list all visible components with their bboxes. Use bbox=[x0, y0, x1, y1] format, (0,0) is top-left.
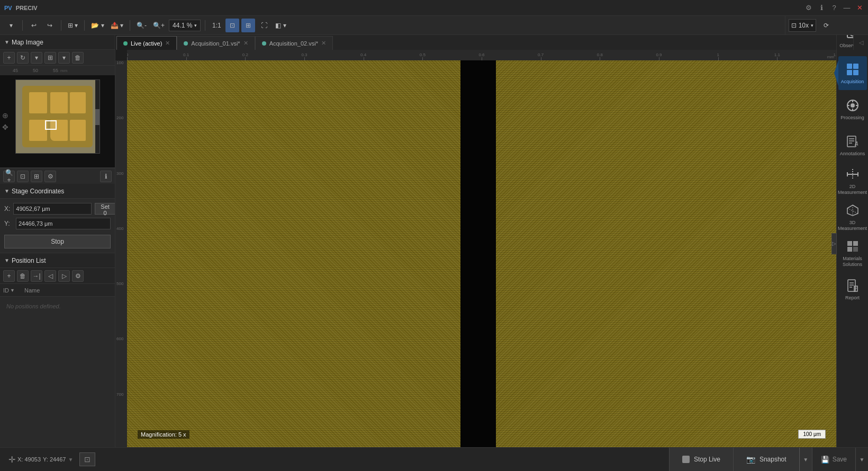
sidebar-item-processing[interactable]: Processing bbox=[838, 92, 867, 126]
tab-live-close[interactable]: ✕ bbox=[165, 40, 170, 47]
sidebar-item-annotations[interactable]: A Annotations bbox=[838, 128, 867, 162]
position-list-header[interactable]: ▼ Position List bbox=[0, 253, 115, 268]
save-button[interactable]: 💾 Save bbox=[812, 448, 855, 472]
panel-collapse-button[interactable]: ◁ bbox=[115, 233, 115, 254]
map-info-button[interactable]: ℹ bbox=[100, 171, 112, 182]
tab-live-dot bbox=[123, 41, 128, 46]
snapshot-button[interactable]: 📷 Snapshot bbox=[733, 448, 799, 472]
ruler-unit: mm bbox=[60, 68, 67, 73]
delete-position-button[interactable]: 🗑 bbox=[17, 270, 29, 282]
settings-button[interactable]: ⚙ bbox=[804, 4, 813, 12]
image-right-sample bbox=[496, 50, 836, 447]
map-zoom-in-button[interactable]: 🔍+ bbox=[3, 171, 15, 182]
x-input[interactable] bbox=[13, 203, 92, 215]
svg-rect-5 bbox=[847, 70, 852, 75]
fullscreen-button[interactable]: ⛶ bbox=[257, 19, 271, 32]
stage-coordinates-header[interactable]: ▼ Stage Coordinates bbox=[0, 184, 115, 199]
svg-rect-4 bbox=[853, 64, 858, 69]
tab-acq-01[interactable]: Acquisition_01.vsi* ✕ bbox=[177, 36, 255, 50]
zoom-actual-button[interactable]: 1:1 bbox=[210, 19, 223, 32]
goto-position-button[interactable]: →| bbox=[31, 270, 42, 282]
add-position-button[interactable]: + bbox=[3, 270, 15, 282]
zoom-in-button[interactable]: 🔍+ bbox=[151, 19, 167, 32]
channel-toggle-button[interactable]: ⟳ bbox=[819, 19, 833, 32]
tab-acq-01-close[interactable]: ✕ bbox=[243, 40, 248, 47]
map-image-section: ▼ Map Image + ↻ ▾ ⊞ ▾ 🗑 45 50 55 mm bbox=[0, 35, 115, 184]
h-ruler-label-4: 0.4 bbox=[360, 52, 366, 57]
sidebar-item-3dmeasurement[interactable]: 3D Measurement bbox=[838, 200, 867, 234]
image-view[interactable]: Magnification: 5 x 100 μm bbox=[127, 50, 836, 447]
h-ruler-tick-10 bbox=[718, 57, 719, 60]
map-image-arrow: ▼ bbox=[4, 39, 10, 45]
right-sidebar: Observation Acquisition Processing bbox=[836, 16, 868, 471]
zoom-level-display[interactable]: 44.1 % ▾ bbox=[169, 20, 201, 31]
viewport-toggle-button[interactable]: ⊡ bbox=[79, 452, 95, 466]
stop-button[interactable]: Stop bbox=[4, 235, 111, 248]
v-ruler-label-0: 100 bbox=[116, 60, 123, 65]
info-button[interactable]: ℹ bbox=[817, 4, 826, 12]
undo-button[interactable]: ↩ bbox=[27, 19, 41, 32]
tab-acq-02[interactable]: Acquisition_02.vsi* ✕ bbox=[255, 36, 333, 50]
redo-button[interactable]: ↪ bbox=[43, 19, 57, 32]
tab-live[interactable]: Live (active) ✕ bbox=[116, 36, 177, 50]
sidebar-item-2dmeasurement[interactable]: 2D Measurement bbox=[838, 164, 867, 198]
map-layers-button[interactable]: ⊞ bbox=[44, 52, 56, 64]
prev-position-button[interactable]: ◁ bbox=[44, 270, 56, 282]
next-position-button[interactable]: ▷ bbox=[58, 270, 70, 282]
stage-arrow: ▼ bbox=[4, 188, 10, 194]
map-scrollbar-vertical[interactable] bbox=[95, 80, 100, 153]
open-button[interactable]: 📂 ▾ bbox=[89, 19, 106, 32]
tab-acq-02-close[interactable]: ✕ bbox=[321, 40, 326, 47]
position-list-title: Position List bbox=[12, 257, 46, 264]
map-scrollbar-thumb[interactable] bbox=[95, 109, 100, 125]
minimize-button[interactable]: — bbox=[843, 4, 851, 12]
map-image-header[interactable]: ▼ Map Image bbox=[0, 35, 115, 50]
h-ruler-tick-3 bbox=[304, 57, 305, 60]
h-ruler-label-2: 0.2 bbox=[242, 52, 248, 57]
zoom-select-icon[interactable]: ⊕ bbox=[2, 111, 8, 120]
ruler-tick-container: mm 00.10.20.30.40.50.60.70.80.911.11.2 bbox=[127, 50, 836, 60]
x-label: X: bbox=[4, 205, 10, 212]
y-input[interactable] bbox=[16, 218, 111, 229]
export-button[interactable]: 📤 ▾ bbox=[108, 19, 125, 32]
map-settings-button[interactable]: ⚙ bbox=[44, 171, 56, 182]
pad-6 bbox=[70, 120, 85, 141]
snapshot-dropdown-button[interactable]: ▼ bbox=[799, 448, 812, 472]
view-mode-button[interactable]: ⊞ bbox=[241, 19, 255, 32]
zoom-out-button[interactable]: 🔍- bbox=[134, 19, 149, 32]
svg-rect-6 bbox=[853, 70, 858, 75]
sidebar-item-materials[interactable]: Materials Solutions bbox=[838, 236, 867, 270]
magnification-selector[interactable]: ⊡ 10x ▾ bbox=[789, 19, 816, 32]
split-view-button[interactable]: ◧ ▾ bbox=[273, 19, 288, 32]
position-settings-button[interactable]: ⚙ bbox=[72, 270, 84, 282]
right-panel-collapse-button[interactable]: ▷ bbox=[831, 233, 837, 254]
layout-button[interactable]: ⊞ ▾ bbox=[66, 19, 80, 32]
toolbar-separator-1 bbox=[22, 20, 23, 31]
h-ruler-label-5: 0.5 bbox=[420, 52, 426, 57]
map-layers-dropdown[interactable]: ▾ bbox=[58, 52, 70, 64]
help-button[interactable]: ? bbox=[830, 4, 838, 12]
sidebar-item-report[interactable]: Report bbox=[838, 272, 867, 306]
map-refresh-button[interactable]: ↻ bbox=[17, 52, 29, 64]
set-0-button[interactable]: Set 0 bbox=[95, 203, 115, 215]
stop-live-button[interactable]: Stop Live bbox=[669, 448, 733, 472]
map-fit-button[interactable]: ⊡ bbox=[17, 171, 29, 182]
mag-dropdown-icon[interactable]: ▾ bbox=[811, 23, 813, 28]
tab-arrow-left[interactable]: ◁ bbox=[853, 35, 868, 50]
app-logo: PV PRECIV bbox=[4, 5, 38, 11]
map-add-button[interactable]: + bbox=[3, 52, 15, 64]
fit-to-window-button[interactable]: ⊡ bbox=[225, 19, 239, 32]
zoom-dropdown-icon[interactable]: ▾ bbox=[194, 23, 197, 28]
horizontal-ruler: mm 00.10.20.30.40.50.60.70.80.911.11.2 bbox=[127, 50, 836, 60]
pan-icon[interactable]: ✥ bbox=[2, 123, 8, 131]
save-expand-button[interactable]: ▼ bbox=[855, 448, 868, 472]
close-button[interactable]: ✕ bbox=[855, 4, 864, 12]
mode-selector-button[interactable]: ▾ bbox=[4, 19, 18, 32]
svg-marker-33 bbox=[854, 286, 857, 291]
map-zoom-fit-button[interactable]: ⊞ bbox=[31, 171, 42, 182]
sidebar-item-acquisition[interactable]: Acquisition bbox=[838, 56, 867, 90]
map-delete-button[interactable]: 🗑 bbox=[72, 52, 84, 64]
column-name: Name bbox=[21, 287, 115, 294]
map-refresh-dropdown[interactable]: ▾ bbox=[31, 52, 42, 64]
map-thumbnail[interactable] bbox=[15, 79, 100, 154]
